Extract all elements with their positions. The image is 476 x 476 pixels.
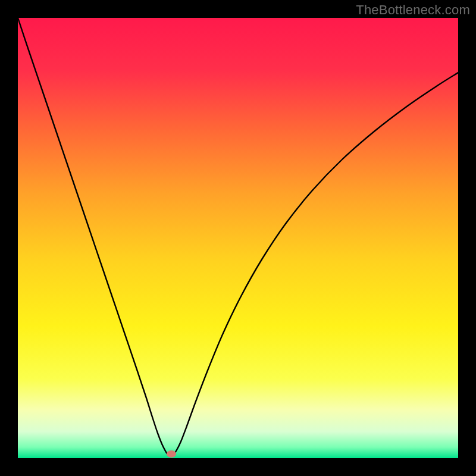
gradient-background xyxy=(18,18,458,458)
chart-frame: TheBottleneck.com xyxy=(0,0,476,476)
optimal-point-marker xyxy=(167,450,176,458)
plot-area xyxy=(18,18,458,458)
watermark-text: TheBottleneck.com xyxy=(356,2,470,18)
bottleneck-chart xyxy=(18,18,458,458)
